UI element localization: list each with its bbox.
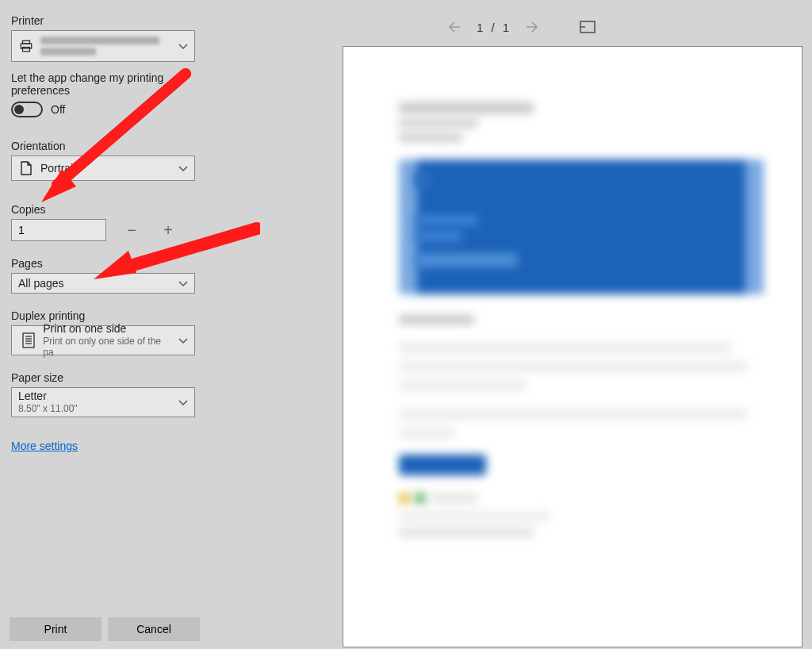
copies-label: Copies bbox=[11, 203, 219, 216]
preview-toolbar: 1 / 1 bbox=[230, 14, 812, 40]
paper-value-secondary: 8.50" x 11.00" bbox=[18, 403, 78, 414]
app-change-state: Off bbox=[51, 103, 65, 116]
cancel-button[interactable]: Cancel bbox=[108, 617, 200, 641]
page-indicator: 1 / 1 bbox=[477, 21, 510, 34]
prev-page-button[interactable] bbox=[446, 19, 462, 35]
print-button[interactable]: Print bbox=[10, 617, 102, 641]
duplex-value-secondary: Print on only one side of the pa bbox=[43, 336, 170, 359]
preview-area: 1 / 1 bbox=[230, 0, 812, 649]
pages-dropdown[interactable]: All pages bbox=[11, 273, 195, 294]
duplex-dropdown[interactable]: Print on one side Print on only one side… bbox=[11, 325, 195, 355]
chevron-down-icon bbox=[178, 277, 188, 290]
paper-size-dropdown[interactable]: Letter 8.50" x 11.00" bbox=[11, 387, 195, 417]
orientation-dropdown[interactable]: Portrait bbox=[11, 156, 195, 181]
printer-dropdown[interactable] bbox=[11, 30, 195, 62]
copies-input[interactable] bbox=[11, 219, 106, 241]
page-portrait-icon bbox=[18, 161, 34, 175]
fit-to-page-icon[interactable] bbox=[580, 21, 596, 33]
chevron-down-icon bbox=[178, 162, 188, 175]
svg-rect-3 bbox=[23, 333, 34, 348]
app-change-toggle[interactable] bbox=[11, 102, 43, 117]
svg-rect-2 bbox=[23, 48, 30, 52]
preview-page bbox=[343, 46, 802, 647]
more-settings-link[interactable]: More settings bbox=[11, 440, 78, 452]
app-change-label: Let the app change my printing preferenc… bbox=[11, 71, 219, 97]
paper-value-primary: Letter bbox=[18, 390, 78, 403]
orientation-value: Portrait bbox=[40, 162, 76, 175]
printer-icon bbox=[18, 39, 34, 53]
pages-value: All pages bbox=[18, 277, 64, 290]
chevron-down-icon bbox=[178, 334, 188, 347]
pages-label: Pages bbox=[11, 257, 219, 270]
copies-increment[interactable]: + bbox=[157, 219, 179, 241]
chevron-down-icon bbox=[178, 396, 188, 409]
duplex-label: Duplex printing bbox=[11, 309, 219, 322]
paper-size-label: Paper size bbox=[11, 371, 219, 384]
print-settings-panel: Printer Let the app change my printing p… bbox=[0, 0, 230, 649]
duplex-icon bbox=[18, 332, 38, 349]
orientation-label: Orientation bbox=[11, 140, 219, 152]
printer-label: Printer bbox=[11, 14, 219, 27]
duplex-value-primary: Print on one side bbox=[43, 322, 170, 336]
copies-decrement[interactable]: − bbox=[121, 219, 143, 241]
chevron-down-icon bbox=[178, 40, 188, 52]
next-page-button[interactable] bbox=[524, 19, 540, 35]
